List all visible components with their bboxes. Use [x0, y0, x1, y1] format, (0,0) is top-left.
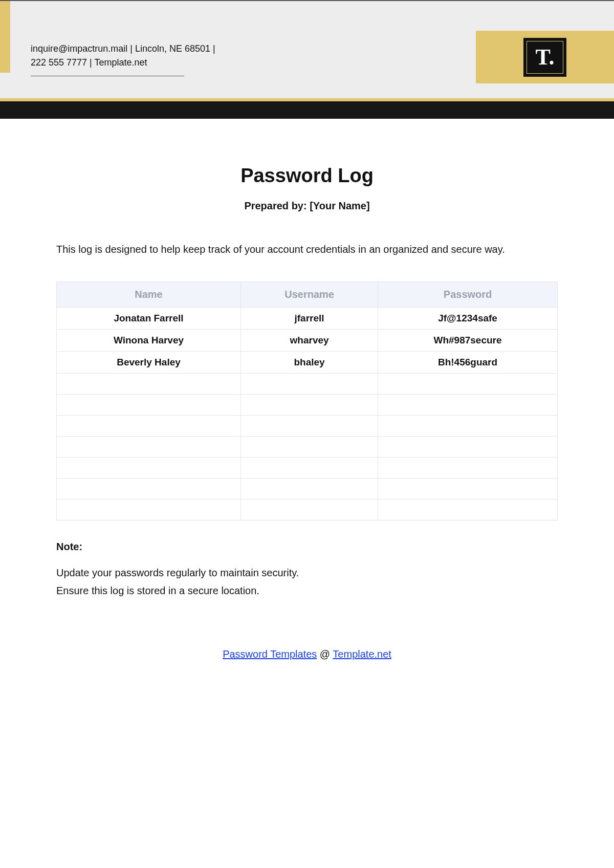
cell-name	[57, 374, 241, 395]
table-row	[57, 395, 558, 416]
cell-password	[378, 395, 558, 416]
table-row	[57, 374, 558, 395]
note-line-2: Ensure this log is stored in a secure lo…	[56, 582, 558, 600]
table-row: Jonatan FarrelljfarrellJf@1234safe	[57, 308, 558, 330]
cell-name	[57, 395, 241, 416]
table-row: Winona HarveywharveyWh#987secure	[57, 330, 558, 352]
cell-username: jfarrell	[241, 308, 378, 330]
cell-name: Jonatan Farrell	[57, 308, 241, 330]
table-row	[57, 437, 558, 458]
cell-username	[241, 416, 378, 437]
page-title: Password Log	[56, 165, 558, 187]
footer-link-site[interactable]: Template.net	[333, 648, 391, 660]
col-username: Username	[241, 282, 378, 308]
col-name: Name	[57, 282, 241, 308]
cell-password	[378, 416, 558, 437]
cell-name: Beverly Haley	[57, 352, 241, 374]
prepared-by: Prepared by: [Your Name]	[56, 200, 558, 212]
logo-icon: T.	[535, 44, 554, 70]
col-password: Password	[378, 282, 558, 308]
cell-username: wharvey	[241, 330, 378, 352]
table-row	[57, 458, 558, 479]
intro-text: This log is designed to help keep track …	[56, 241, 558, 258]
logo-box: T.	[523, 38, 566, 77]
cell-name: Winona Harvey	[57, 330, 241, 352]
cell-username	[241, 479, 378, 500]
cell-username	[241, 437, 378, 458]
cell-name	[57, 479, 241, 500]
cell-password: Wh#987secure	[378, 330, 558, 352]
cell-password	[378, 500, 558, 520]
header-black-bar	[0, 101, 614, 119]
logo-badge: T.	[476, 31, 614, 83]
table-header-row: Name Username Password	[57, 282, 558, 308]
contact-line-2: 222 555 7777 | Template.net	[31, 56, 235, 70]
cell-username	[241, 500, 378, 520]
note-label: Note:	[56, 541, 558, 553]
cell-username: bhaley	[241, 352, 378, 374]
cell-username	[241, 395, 378, 416]
cell-username	[241, 374, 378, 395]
cell-password	[378, 479, 558, 500]
cell-password	[378, 458, 558, 479]
table-row: Beverly HaleybhaleyBh!456guard	[57, 352, 558, 374]
cell-name	[57, 458, 241, 479]
note-line-1: Update your passwords regularly to maint…	[56, 564, 558, 582]
table-row	[57, 416, 558, 437]
content-area: Password Log Prepared by: [Your Name] Th…	[0, 119, 614, 660]
cell-username	[241, 458, 378, 479]
header-band: inquire@impactrun.mail | Lincoln, NE 685…	[0, 1, 614, 98]
contact-block: inquire@impactrun.mail | Lincoln, NE 685…	[31, 42, 235, 76]
table-row	[57, 500, 558, 520]
table-row	[57, 479, 558, 500]
cell-password	[378, 374, 558, 395]
contact-underline	[31, 76, 184, 76]
cell-password	[378, 437, 558, 458]
cell-name	[57, 416, 241, 437]
password-table: Name Username Password Jonatan Farrelljf…	[56, 281, 558, 520]
footer-link-templates[interactable]: Password Templates	[223, 648, 317, 660]
cell-name	[57, 437, 241, 458]
gold-accent-bar	[0, 1, 10, 73]
cell-name	[57, 500, 241, 520]
footer-at: @	[317, 648, 333, 660]
cell-password: Jf@1234safe	[378, 308, 558, 330]
footer-links: Password Templates @ Template.net	[56, 648, 558, 660]
cell-password: Bh!456guard	[378, 352, 558, 374]
contact-line-1: inquire@impactrun.mail | Lincoln, NE 685…	[31, 42, 235, 56]
